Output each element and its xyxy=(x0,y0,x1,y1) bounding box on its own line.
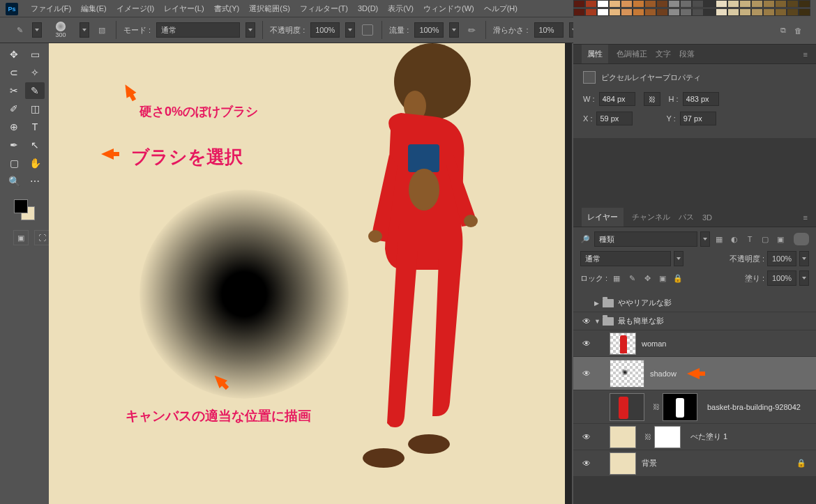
hand-tool[interactable]: ✋ xyxy=(25,155,45,171)
clone-tool[interactable]: ⊕ xyxy=(4,119,24,135)
zoom-tool[interactable]: 🔍 xyxy=(4,173,24,190)
quickmask-icon[interactable]: ▣ xyxy=(13,230,29,245)
layer-mask-thumbnail[interactable] xyxy=(654,426,681,448)
document-canvas[interactable]: 硬さ0%のぼけブラシ ブラシを選択 キャンバスの適当な位置に描画 xyxy=(49,43,565,504)
swatch[interactable] xyxy=(739,0,751,8)
height-input[interactable] xyxy=(683,92,719,106)
layer-thumbnail[interactable] xyxy=(610,452,636,475)
eyedropper-tool[interactable]: ✐ xyxy=(4,100,24,117)
layer-name[interactable]: 背景 xyxy=(642,458,657,468)
swatch[interactable] xyxy=(716,0,727,8)
layer-opacity-dropdown[interactable] xyxy=(799,251,809,266)
layer-thumbnail[interactable] xyxy=(610,393,644,421)
airbrush-icon[interactable] xyxy=(464,23,478,37)
swatch[interactable] xyxy=(775,0,787,8)
fill-value[interactable]: 100% xyxy=(767,270,796,286)
tab-layers[interactable]: レイヤー xyxy=(582,208,624,227)
filter-toggle[interactable] xyxy=(794,233,809,245)
visibility-toggle[interactable]: 👁 xyxy=(579,339,594,349)
lasso-tool[interactable]: ⊂ xyxy=(4,64,24,81)
swatch[interactable] xyxy=(585,0,597,8)
smoothing-value[interactable]: 10% xyxy=(534,22,564,38)
layer-name[interactable]: ややリアルな影 xyxy=(618,298,672,308)
brush-panel-icon[interactable]: ▧ xyxy=(95,23,109,37)
swatch[interactable] xyxy=(680,0,692,8)
x-input[interactable] xyxy=(596,112,633,125)
link-wh-icon[interactable]: ⛓ xyxy=(644,92,660,106)
menu-layer[interactable]: レイヤー(L) xyxy=(164,3,204,14)
mask-link-icon[interactable]: ⛓ xyxy=(651,403,661,411)
swatch[interactable] xyxy=(751,0,763,8)
screenmode-icon[interactable]: ⛶ xyxy=(34,230,50,245)
swatch[interactable] xyxy=(644,8,656,16)
layer-name[interactable]: べた塗り 1 xyxy=(690,432,727,442)
layer-group-1[interactable]: 👁 ▶ ややリアルな影 xyxy=(573,294,816,312)
arrange-icon[interactable]: ⧉ xyxy=(780,26,786,35)
fill-dropdown[interactable] xyxy=(799,270,809,286)
swatch[interactable] xyxy=(668,0,680,8)
filter-kind-select[interactable]: 種類 xyxy=(594,231,697,247)
blend-mode-select[interactable]: 通常 xyxy=(156,22,240,38)
marquee-tool[interactable]: ▭ xyxy=(25,46,45,63)
visibility-toggle[interactable]: 👁 xyxy=(579,316,594,326)
menu-3d[interactable]: 3D(D) xyxy=(358,4,378,13)
swatch[interactable] xyxy=(609,8,621,16)
tab-paragraph[interactable]: 段落 xyxy=(679,49,695,59)
color-swatches[interactable] xyxy=(14,199,35,220)
flow-dropdown[interactable] xyxy=(449,22,459,38)
swatch[interactable] xyxy=(704,0,716,8)
lock-all-icon[interactable]: 🔒 xyxy=(672,272,684,284)
panel-menu-icon[interactable]: ≡ xyxy=(803,50,808,59)
menu-image[interactable]: イメージ(I) xyxy=(116,3,154,14)
layer-name[interactable]: 最も簡単な影 xyxy=(618,316,664,326)
lock-artboard-icon[interactable]: ▣ xyxy=(656,272,669,284)
brush-dropdown[interactable] xyxy=(80,22,89,38)
opacity-pressure-icon[interactable] xyxy=(361,23,375,37)
layer-smart-object[interactable]: 👁 ⛓ basket-bra-building-928042 xyxy=(573,390,816,424)
opacity-dropdown[interactable] xyxy=(345,22,355,38)
swatch[interactable] xyxy=(692,8,704,16)
swatch[interactable] xyxy=(621,8,633,16)
swatch[interactable] xyxy=(739,8,751,16)
lock-position-icon[interactable]: ✥ xyxy=(641,272,653,284)
tab-properties[interactable]: 属性 xyxy=(582,45,608,63)
menu-select[interactable]: 選択範囲(S) xyxy=(249,3,290,14)
tab-3d[interactable]: 3D xyxy=(702,213,712,222)
layer-shadow[interactable]: 👁 shadow xyxy=(573,357,816,390)
visibility-toggle[interactable]: 👁 xyxy=(579,432,594,442)
menu-filter[interactable]: フィルター(T) xyxy=(300,3,348,14)
expand-icon[interactable]: ▶ xyxy=(594,300,603,307)
collapse-icon[interactable]: ▼ xyxy=(594,318,603,325)
trash-icon[interactable]: 🗑 xyxy=(794,26,802,35)
layer-name[interactable]: basket-bra-building-928042 xyxy=(707,403,801,411)
eraser-tool[interactable]: ◫ xyxy=(25,100,45,117)
swatch[interactable] xyxy=(644,0,656,8)
swatch[interactable] xyxy=(763,8,775,16)
tool-preset-icon[interactable]: ✎ xyxy=(13,23,27,37)
opacity-value[interactable]: 100% xyxy=(310,22,340,38)
swatch[interactable] xyxy=(621,0,633,8)
shape-tool[interactable]: ▢ xyxy=(4,155,24,171)
filter-adjust-icon[interactable]: ◐ xyxy=(728,233,741,245)
layer-woman[interactable]: 👁 woman xyxy=(573,330,816,357)
visibility-toggle[interactable]: 👁 xyxy=(579,459,594,468)
swatch[interactable] xyxy=(716,8,727,16)
swatch[interactable] xyxy=(704,8,716,16)
mode-dropdown[interactable] xyxy=(245,22,255,38)
swatch[interactable] xyxy=(597,0,609,8)
edit-toolbar[interactable]: ⋯ xyxy=(25,173,45,190)
path-select-tool[interactable]: ↖ xyxy=(25,137,45,153)
layer-name[interactable]: shadow xyxy=(650,369,677,378)
swatch[interactable] xyxy=(763,0,775,8)
layer-opacity-value[interactable]: 100% xyxy=(767,251,796,266)
filter-shape-icon[interactable]: ▢ xyxy=(759,233,771,245)
filter-image-icon[interactable]: ▦ xyxy=(713,233,725,245)
swatch[interactable] xyxy=(573,0,585,8)
brush-preview[interactable]: 300 xyxy=(47,20,74,40)
type-tool[interactable]: T xyxy=(25,119,45,135)
swatch[interactable] xyxy=(787,8,799,16)
blend-dropdown[interactable] xyxy=(674,251,683,266)
pen-tool[interactable]: ✒ xyxy=(4,137,24,153)
tab-adjustments[interactable]: 色調補正 xyxy=(617,49,647,59)
tab-channels[interactable]: チャンネル xyxy=(632,212,670,222)
